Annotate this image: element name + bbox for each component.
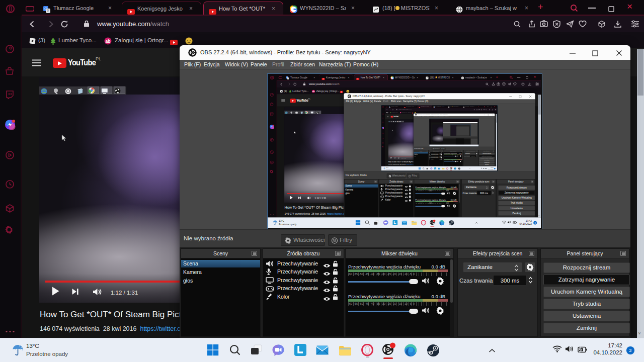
svg-text:文: 文 [46, 9, 50, 13]
svg-text:ab: ab [400, 113, 401, 113]
svg-text:ab: ab [106, 39, 111, 44]
svg-text:文: 文 [287, 77, 289, 79]
